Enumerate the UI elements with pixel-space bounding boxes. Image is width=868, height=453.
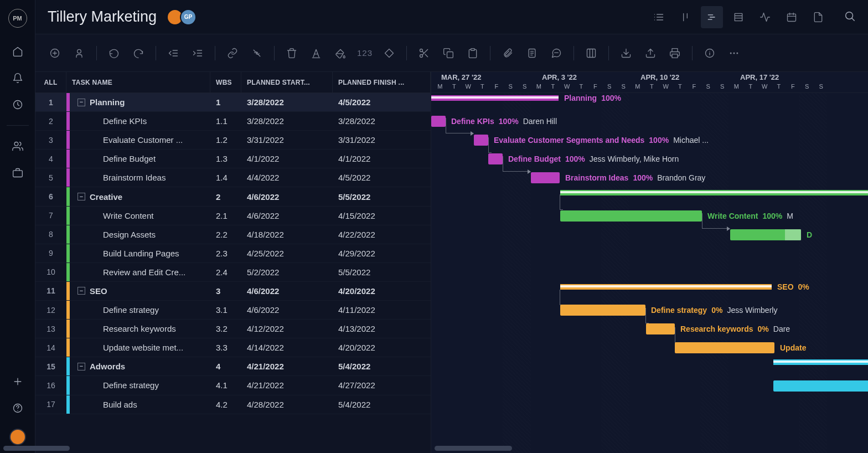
bar-label: Update [780,343,806,352]
gantt-scrollbar[interactable] [435,446,865,451]
bar-label: Define Budget100%Jess Wimberly, Mike Hor… [508,155,679,163]
toolbar-number[interactable]: 123 [358,46,372,60]
member-avatars[interactable]: GP [170,9,197,25]
redo-icon[interactable] [131,46,146,60]
export-icon[interactable] [643,46,658,60]
task-name: Build Landing Pages [103,249,179,258]
delete-icon[interactable] [285,46,299,60]
collapse-icon[interactable]: − [78,193,85,200]
task-row[interactable]: 11 −SEO 3 4/6/2022 4/20/2022 [35,282,431,301]
task-row[interactable]: 9 Build Landing Pages 2.3 4/25/2022 4/29… [35,244,431,263]
task-row[interactable]: 15 −Adwords 4 4/21/2022 5/4/2022 [35,357,431,376]
more-icon[interactable] [727,46,741,60]
gantt-bar[interactable]: Define KPIs100%Daren Hill [431,116,446,127]
col-planned-start[interactable]: PLANNED START... [241,72,333,92]
columns-icon[interactable] [584,46,598,60]
task-row[interactable]: 17 Build ads 4.2 4/28/2022 5/4/2022 [35,395,431,414]
outdent-icon[interactable] [166,46,180,60]
home-icon[interactable] [12,45,24,58]
gantt-bar[interactable]: Research keywords0%Dare [646,323,675,334]
task-name: Update website met... [103,343,183,352]
left-nav-rail: PM [0,0,35,453]
view-file-icon[interactable] [807,6,829,28]
task-row[interactable]: 13 Research keywords 3.2 4/12/2022 4/13/… [35,320,431,338]
gantt-bar[interactable]: Update [675,342,774,353]
undo-icon[interactable] [107,46,121,60]
gantt-bar[interactable]: Write Content100%M [560,210,702,222]
gantt-bar[interactable]: Planning100% [431,95,559,101]
col-name[interactable]: TASK NAME [66,72,210,92]
view-board-icon[interactable] [674,6,696,28]
task-row[interactable]: 5 Brainstorm Ideas 1.4 4/4/2022 4/5/2022 [35,168,431,187]
task-row[interactable]: 16 Define strategy 4.1 4/21/2022 4/27/20… [35,376,431,395]
gantt-bar[interactable]: Define Budget100%Jess Wimberly, Mike Hor… [488,153,503,164]
import-icon[interactable] [619,46,633,60]
collapse-icon[interactable]: − [78,287,85,295]
paste-icon[interactable] [466,46,480,60]
svg-rect-13 [587,49,596,57]
task-name: Define KPIs [103,116,147,126]
collapse-icon[interactable]: − [78,363,85,370]
task-name: Design Assets [103,230,156,239]
bar-label: Research keywords0%Dare [680,325,790,333]
bar-label: D [807,230,812,239]
notes-icon[interactable] [525,46,539,60]
view-sheet-icon[interactable] [727,6,750,28]
bell-icon[interactable] [12,72,24,84]
info-icon[interactable] [702,46,717,60]
help-icon[interactable] [12,402,24,414]
gantt-bar[interactable] [773,359,868,365]
task-row[interactable]: 7 Write Content 2.1 4/6/2022 4/15/2022 [35,207,431,225]
add-task-icon[interactable] [48,46,62,60]
task-row[interactable]: 6 −Creative 2 4/6/2022 5/5/2022 [35,187,431,206]
assign-icon[interactable] [72,46,86,60]
gantt-bar[interactable] [560,190,868,195]
col-all[interactable]: ALL [35,72,66,92]
view-gantt-icon[interactable] [701,6,723,28]
task-row[interactable]: 3 Evaluate Customer ... 1.2 3/31/2022 3/… [35,131,431,150]
unlink-icon[interactable] [250,46,264,60]
gantt-bar[interactable]: Brainstorm Ideas100%Brandon Gray [531,172,560,183]
view-list-icon[interactable] [648,6,670,28]
task-name: Planning [90,97,125,107]
task-row[interactable]: 1 −Planning 1 3/28/2022 4/5/2022 [35,93,431,112]
svg-rect-10 [447,52,453,58]
clock-icon[interactable] [12,99,24,111]
view-calendar-icon[interactable] [781,6,803,28]
fill-icon[interactable] [333,46,348,60]
user-avatar[interactable] [9,429,26,445]
print-icon[interactable] [668,46,682,60]
task-row[interactable]: 8 Design Assets 2.2 4/18/2022 4/22/2022 [35,225,431,244]
col-planned-finish[interactable]: PLANNED FINISH ... [333,72,431,92]
font-icon[interactable] [309,46,323,60]
task-row[interactable]: 10 Review and Edit Cre... 2.4 5/2/2022 5… [35,263,431,282]
gantt-bar[interactable]: D [730,229,801,240]
milestone-icon[interactable] [382,46,396,60]
plus-icon[interactable] [12,375,24,388]
cut-icon[interactable] [417,46,431,60]
gantt-bar[interactable] [773,380,868,392]
col-wbs[interactable]: WBS [210,72,241,92]
link-icon[interactable] [225,46,240,60]
collapse-icon[interactable]: − [78,99,85,106]
task-row[interactable]: 4 Define Budget 1.3 4/1/2022 4/1/2022 [35,150,431,168]
gantt-bar[interactable]: Evaluate Customer Segments and Needs100%… [474,135,488,146]
briefcase-icon[interactable] [12,167,24,179]
comment-icon[interactable] [549,46,564,60]
bar-label: Planning100% [564,94,621,102]
task-row[interactable]: 2 Define KPIs 1.1 3/28/2022 3/28/2022 [35,112,431,131]
gantt-bar[interactable]: SEO0% [560,284,772,290]
search-icon[interactable] [844,10,856,24]
app-logo[interactable]: PM [8,9,27,28]
view-activity-icon[interactable] [754,6,776,28]
copy-icon[interactable] [441,46,456,60]
task-row[interactable]: 14 Update website met... 3.3 4/14/2022 4… [35,338,431,357]
team-icon[interactable] [12,140,24,152]
task-name: SEO [90,286,107,296]
task-row[interactable]: 12 Define strategy 3.1 4/6/2022 4/11/202… [35,301,431,320]
task-name: Creative [90,192,122,202]
indent-icon[interactable] [190,46,205,60]
gantt-bar[interactable]: Define strategy0%Jess Wimberly [560,305,645,316]
gantt-chart[interactable]: MAR, 27 '22APR, 3 '22APR, 10 '22APR, 17 … [431,72,868,453]
attach-icon[interactable] [500,46,515,60]
